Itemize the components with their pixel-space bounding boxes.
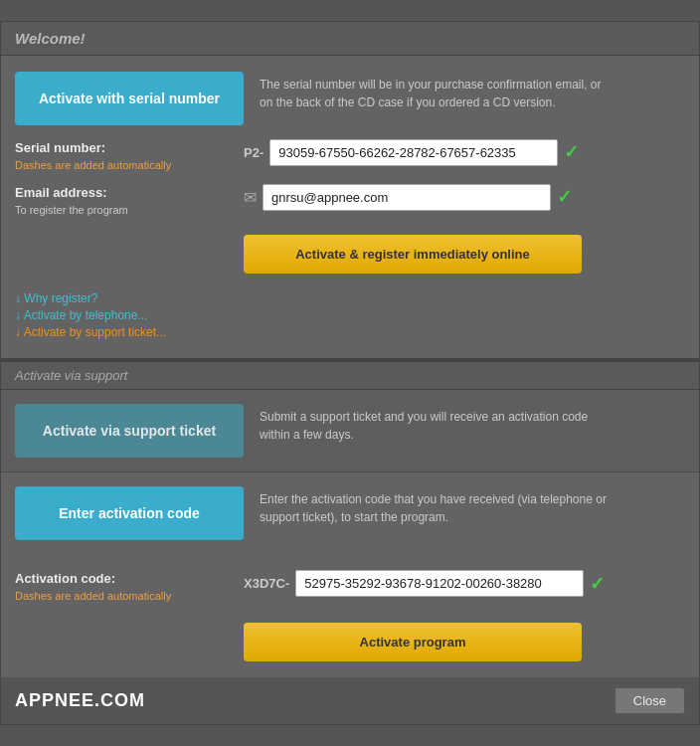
- activation-code-label: Activation code: Dashes are added automa…: [15, 570, 244, 605]
- serial-input-group: P2- ✓: [244, 139, 579, 166]
- why-register-link[interactable]: ↓ Why register?: [15, 291, 685, 305]
- serial-label: Serial number: Dashes are added automati…: [15, 139, 244, 174]
- email-icon: ✉: [244, 188, 257, 207]
- activation-code-description: Enter the activation code that you have …: [260, 486, 617, 526]
- enter-activation-row: Enter activation code Enter the activati…: [1, 472, 699, 554]
- welcome-title: Welcome!: [15, 30, 86, 47]
- serial-check-icon: ✓: [564, 141, 579, 163]
- activate-telephone-link[interactable]: ↓ Activate by telephone...: [15, 308, 685, 322]
- footer: APPNEE.COM Close: [1, 677, 699, 724]
- activation-code-row: Activation code: Dashes are added automa…: [15, 570, 685, 605]
- email-check-icon: ✓: [557, 186, 572, 208]
- serial-title-bar: Activate with serial number The serial n…: [15, 72, 685, 125]
- activate-serial-button[interactable]: Activate with serial number: [15, 72, 244, 125]
- main-window: Welcome! Activate with serial number The…: [0, 21, 700, 726]
- activate-support-button[interactable]: Activate via support ticket: [15, 404, 244, 458]
- serial-section: Activate with serial number The serial n…: [1, 56, 699, 360]
- enter-activation-button[interactable]: Enter activation code: [15, 486, 244, 540]
- activation-code-form: Activation code: Dashes are added automa…: [1, 554, 699, 677]
- activate-online-button[interactable]: Activate & register immediately online: [244, 235, 582, 274]
- support-section-header: Activate via support: [1, 360, 699, 390]
- brand-label: APPNEE.COM: [15, 690, 145, 711]
- support-ticket-description: Submit a support ticket and you will rec…: [260, 404, 617, 444]
- activation-code-input-group: X3D7C- ✓: [244, 570, 605, 597]
- support-title: Activate via support: [15, 368, 127, 383]
- links-row: ↓ Why register? ↓ Activate by telephone.…: [15, 291, 685, 339]
- activate-program-button[interactable]: Activate program: [244, 623, 582, 661]
- activation-code-input[interactable]: [295, 570, 584, 597]
- close-button[interactable]: Close: [614, 687, 685, 714]
- activate-support-link[interactable]: ↓ Activate by support ticket...: [15, 325, 685, 339]
- serial-number-row: Serial number: Dashes are added automati…: [15, 139, 685, 174]
- support-ticket-row: Activate via support ticket Submit a sup…: [1, 390, 699, 472]
- serial-prefix: P2-: [244, 145, 263, 160]
- welcome-header: Welcome!: [1, 22, 699, 56]
- email-input-group: ✉ ✓: [244, 184, 572, 211]
- email-label: Email address: To register the program: [15, 184, 244, 219]
- serial-input[interactable]: [269, 139, 558, 166]
- activation-code-prefix: X3D7C-: [244, 576, 289, 591]
- activation-code-check-icon: ✓: [590, 573, 605, 595]
- serial-description: The serial number will be in your purcha…: [260, 72, 617, 111]
- email-row: Email address: To register the program ✉…: [15, 184, 685, 219]
- email-input[interactable]: [262, 184, 551, 211]
